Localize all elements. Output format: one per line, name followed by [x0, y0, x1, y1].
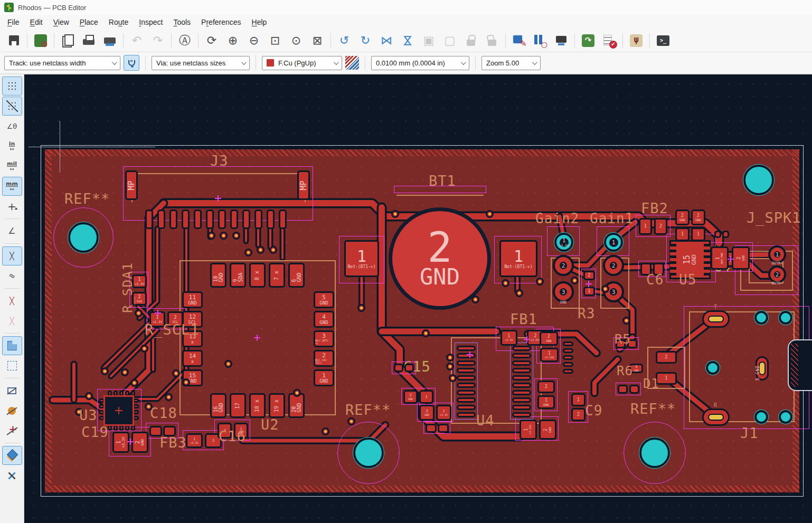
pad[interactable]	[404, 364, 414, 372]
silkscreen-label[interactable]: R_SDA1	[121, 262, 134, 313]
3d-viewer-button[interactable]	[551, 31, 572, 50]
undo-button[interactable]: ↶	[126, 31, 147, 50]
pad[interactable]: 3Net-(BT1-+)	[314, 330, 334, 347]
silkscreen-label[interactable]: U4	[476, 413, 495, 427]
circular-pad[interactable]: 1OUTR+	[768, 245, 786, 263]
menu-item-inspect[interactable]: Inspect	[134, 16, 168, 28]
pad[interactable]	[563, 362, 573, 367]
circular-pad[interactable]: 2	[603, 255, 624, 276]
full-window-crosshair-toggle[interactable]	[2, 197, 22, 216]
flip-horizontal-button[interactable]: ⋈	[376, 31, 397, 50]
zone-fill-display-toggle[interactable]	[2, 336, 22, 355]
pad[interactable]	[457, 360, 476, 366]
pad[interactable]	[457, 412, 476, 417]
via[interactable]	[232, 232, 240, 240]
ratsnest-selected-nets-toggle[interactable]	[2, 311, 22, 330]
pad[interactable]: 2Net-(U2-VCC)	[314, 350, 334, 367]
via[interactable]	[471, 296, 479, 303]
u3-ic-body[interactable]	[103, 395, 134, 426]
silkscreen-label[interactable]: U5	[679, 273, 696, 287]
pad[interactable]	[702, 310, 730, 328]
pad-outline-mode-toggle[interactable]	[2, 401, 22, 420]
pad[interactable]	[618, 385, 628, 394]
pad[interactable]	[145, 210, 153, 229]
layers-manager-toggle[interactable]	[2, 446, 22, 465]
via[interactable]	[121, 368, 129, 376]
unlock-button[interactable]	[481, 31, 503, 50]
silkscreen-label[interactable]: U2	[261, 417, 279, 432]
silkscreen-label[interactable]: FB1	[510, 312, 537, 326]
menu-item-route[interactable]: Route	[103, 16, 134, 28]
via[interactable]	[536, 278, 544, 286]
pad[interactable]	[629, 385, 639, 394]
silkscreen-label[interactable]: R5	[615, 333, 631, 346]
plot-button[interactable]	[99, 31, 120, 50]
via[interactable]	[269, 246, 277, 254]
show-grid-toggle[interactable]	[2, 77, 22, 96]
via[interactable]	[486, 210, 494, 218]
pad[interactable]	[279, 210, 287, 229]
via[interactable]	[244, 249, 252, 256]
pad[interactable]: 5GND	[314, 291, 334, 308]
via[interactable]	[85, 392, 93, 400]
pad[interactable]: 1	[571, 393, 586, 406]
via[interactable]	[571, 277, 579, 284]
grid-select[interactable]: 0.0100 mm (0.0004 in)	[371, 56, 469, 70]
silkscreen-label[interactable]: J_SPK1	[747, 211, 801, 225]
pad[interactable]	[194, 210, 202, 229]
drc-checker-button[interactable]	[599, 31, 620, 50]
pad[interactable]: 1	[691, 227, 705, 241]
via[interactable]	[446, 363, 454, 370]
curved-ratsnest-toggle[interactable]	[2, 267, 22, 286]
pad[interactable]	[394, 364, 403, 372]
via[interactable]	[502, 279, 509, 287]
scripting-console-button[interactable]	[653, 31, 674, 50]
polar-coordinates-toggle[interactable]	[2, 117, 22, 136]
silkscreen-label[interactable]: T	[714, 305, 717, 310]
pad[interactable]: 14x	[182, 350, 203, 367]
pad[interactable]	[563, 348, 573, 353]
pad[interactable]	[457, 405, 476, 410]
pad[interactable]: 1	[675, 227, 690, 241]
menu-item-view[interactable]: View	[48, 16, 74, 28]
zoom-select[interactable]: Zoom 5.00	[481, 56, 541, 70]
footprint-browser-button[interactable]	[530, 31, 551, 50]
pad[interactable]: 1+3.3V	[554, 233, 573, 252]
pad[interactable]	[512, 353, 531, 358]
pad[interactable]: 1	[604, 233, 623, 252]
units-mils-toggle[interactable]	[2, 157, 22, 176]
circular-pad[interactable]: 3GND	[553, 281, 574, 302]
via[interactable]	[135, 309, 143, 317]
silkscreen-label[interactable]: R6	[617, 365, 633, 377]
pad[interactable]: 1+3.3VA	[520, 420, 537, 440]
pad[interactable]: 2	[654, 218, 667, 235]
pad[interactable]: 2	[537, 381, 555, 393]
silkscreen-label[interactable]: REF**	[630, 402, 676, 416]
via[interactable]	[391, 210, 399, 218]
pad[interactable]	[563, 341, 573, 346]
pad[interactable]: 10 GND	[210, 263, 226, 288]
pad[interactable]: 2GND	[675, 210, 690, 225]
silkscreen-label[interactable]: C19	[81, 425, 109, 439]
via[interactable]	[165, 393, 173, 401]
rotate-ccw-button[interactable]: ↺	[334, 31, 355, 50]
silkscreen-label[interactable]: REF**	[64, 192, 110, 206]
mounting-hole[interactable]	[353, 438, 384, 468]
pad[interactable]: 8 x	[249, 263, 266, 288]
pad[interactable]: 1+3.3V	[436, 405, 451, 421]
pad[interactable]	[438, 424, 449, 433]
pad[interactable]	[512, 383, 531, 388]
silkscreen-label[interactable]: C16	[219, 429, 246, 443]
pad[interactable]: 1+3.3VA	[540, 348, 559, 362]
pad[interactable]	[457, 375, 476, 381]
menu-item-tools[interactable]: Tools	[168, 16, 196, 28]
units-inches-toggle[interactable]	[2, 137, 22, 156]
group-button[interactable]: ▣	[418, 31, 439, 50]
pad[interactable]: 1	[639, 218, 652, 235]
pad[interactable]: MP	[125, 170, 138, 200]
via[interactable]	[172, 369, 180, 377]
via[interactable]	[293, 389, 301, 397]
via[interactable]	[449, 374, 457, 382]
pad[interactable]: 1	[419, 390, 433, 404]
limit-45-degrees-toggle[interactable]	[2, 222, 22, 241]
